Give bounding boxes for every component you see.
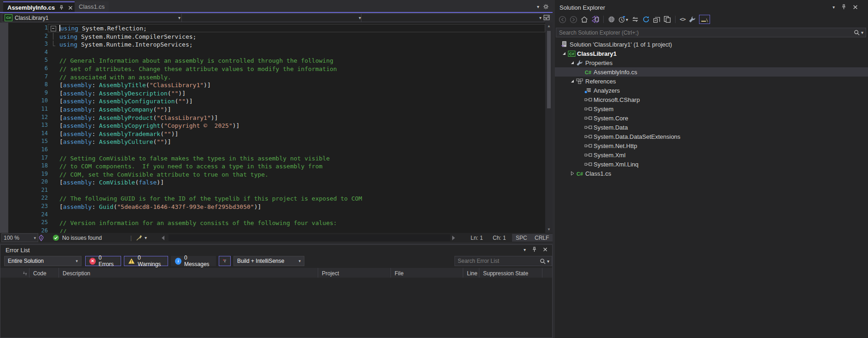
code-editor[interactable]: 1using System.Reflection;2using System.R…	[0, 23, 553, 233]
code-line[interactable]: 11[assembly: AssemblyCompany("")]	[0, 105, 545, 113]
error-list-search[interactable]: ▾	[454, 256, 552, 266]
open-files-filter-button[interactable]: ▾	[618, 16, 628, 23]
scroll-right-arrow[interactable]	[452, 236, 455, 240]
code-line[interactable]: 12[assembly: AssemblyProduct("ClassLibra…	[0, 113, 545, 122]
back-button[interactable]	[559, 16, 566, 24]
collapse-all-button[interactable]	[653, 16, 660, 23]
code-line[interactable]: 5// General Information about an assembl…	[0, 56, 545, 65]
column-header-line[interactable]: Line	[463, 268, 479, 278]
code-line[interactable]: 7// associated with an assembly.	[0, 73, 545, 81]
column-header-file[interactable]: File	[391, 268, 463, 278]
tree-expander[interactable]	[569, 171, 576, 176]
tree-item[interactable]: C#AssemblyInfo.cs	[555, 67, 868, 77]
tree-item[interactable]: System.Xml	[555, 150, 868, 160]
code-line[interactable]: 8[assembly: AssemblyTitle("ClassLibrary1…	[0, 81, 545, 89]
code-cleanup-button[interactable]: ▾	[136, 233, 147, 243]
column-header-suppression-state[interactable]: Suppression State	[479, 268, 542, 278]
column-header-description[interactable]: Description	[59, 268, 318, 278]
pin-icon[interactable]	[532, 247, 537, 252]
code-line[interactable]: 2using System.Runtime.CompilerServices;	[0, 32, 545, 41]
home-button[interactable]	[581, 16, 588, 23]
pin-icon[interactable]	[59, 5, 64, 10]
window-position-chevron-icon[interactable]: ▾	[833, 5, 835, 10]
code-line[interactable]: 17// Setting ComVisible to false makes t…	[0, 154, 545, 162]
code-line[interactable]: 21	[0, 186, 545, 195]
code-line[interactable]: 22// The following GUID is for the ID of…	[0, 194, 545, 202]
pin-icon[interactable]	[841, 4, 846, 10]
error-list-body[interactable]	[0, 278, 552, 338]
tree-expander[interactable]	[569, 60, 576, 65]
code-line[interactable]: 15[assembly: AssemblyCulture("")]	[0, 137, 545, 146]
tree-item[interactable]: System	[555, 104, 868, 113]
column-header-severity[interactable]	[0, 268, 29, 278]
close-icon[interactable]	[543, 247, 548, 252]
switch-views-button[interactable]	[591, 16, 599, 23]
line-ending-indicator[interactable]: CRLF	[531, 234, 553, 242]
tab-list-chevron-icon[interactable]: ▾	[537, 4, 539, 9]
source-dropdown[interactable]: Build + IntelliSense ▾	[233, 256, 304, 266]
view-code-button[interactable]: <>	[680, 16, 685, 23]
sync-with-active-document-button[interactable]	[631, 16, 639, 23]
code-line[interactable]: 6// set of attributes. Change these attr…	[0, 65, 545, 73]
code-line[interactable]: 19// COM, set the ComVisible attribute t…	[0, 170, 545, 178]
error-list-title-bar[interactable]: Error List ▾	[0, 245, 552, 255]
scrollbar-thumb[interactable]	[547, 31, 551, 108]
solution-explorer-search[interactable]: ▾	[556, 28, 866, 37]
show-all-files-button[interactable]	[664, 16, 671, 23]
tree-item[interactable]: System.Net.Http	[555, 141, 868, 150]
horizontal-scrollbar[interactable]	[169, 234, 450, 241]
vertical-scrollbar[interactable]: ▲ ▼	[545, 23, 553, 233]
code-line[interactable]: 26//	[0, 227, 545, 233]
tree-item[interactable]: Properties	[555, 58, 868, 67]
tab-class1[interactable]: Class1.cs	[75, 1, 109, 12]
close-icon[interactable]	[68, 6, 73, 10]
tab-options-gear-icon[interactable]	[543, 4, 549, 10]
code-line[interactable]: 16	[0, 146, 545, 154]
code-line[interactable]: 1using System.Reflection;	[0, 24, 545, 32]
tree-item[interactable]: System.Data	[555, 123, 868, 132]
code-line[interactable]: 20[assembly: ComVisible(false)]	[0, 178, 545, 186]
search-input[interactable]	[455, 258, 540, 264]
tree-item[interactable]: C#Class1.cs	[555, 169, 868, 178]
messages-toggle-button[interactable]: i 0 Messages	[171, 256, 216, 266]
tree-item[interactable]: Analyzers	[555, 86, 868, 95]
project-dropdown[interactable]: C# ClassLibrary1 ▾	[2, 13, 183, 22]
errors-toggle-button[interactable]: ✕ 0 Errors	[85, 256, 121, 266]
tree-item[interactable]: System.Data.DataSetExtensions	[555, 132, 868, 141]
tree-item[interactable]: C#ClassLibrary1	[555, 49, 868, 58]
zoom-dropdown[interactable]: 100 % ▾	[1, 233, 38, 242]
scope-dropdown[interactable]: Entire Solution ▾	[4, 256, 82, 266]
code-line[interactable]: 24	[0, 211, 545, 219]
column-header-project[interactable]: Project	[318, 268, 391, 278]
window-position-chevron-icon[interactable]: ▾	[524, 247, 526, 252]
code-line[interactable]: 18// to COM components. If you need to a…	[0, 162, 545, 170]
tree-item[interactable]: System.Xml.Linq	[555, 160, 868, 169]
status-extension-icon[interactable]	[38, 233, 45, 243]
scroll-down-arrow[interactable]: ▼	[545, 226, 553, 233]
close-icon[interactable]	[853, 5, 858, 10]
scroll-up-arrow[interactable]: ▲	[545, 23, 553, 30]
scroll-left-arrow[interactable]	[162, 236, 164, 240]
forward-button[interactable]	[570, 16, 577, 24]
warnings-toggle-button[interactable]: 0 Warnings	[124, 256, 168, 266]
indent-mode-indicator[interactable]: SPC	[512, 234, 531, 242]
type-dropdown[interactable]: ▾	[181, 13, 364, 22]
search-input[interactable]	[556, 30, 854, 36]
code-line[interactable]: 14[assembly: AssemblyTrademark("")]	[0, 130, 545, 138]
tree-item[interactable]: Microsoft.CSharp	[555, 95, 868, 104]
code-line[interactable]: 9[assembly: AssemblyDescription("")]	[0, 89, 545, 97]
code-health-indicator[interactable]: No issues found	[52, 233, 102, 243]
code-line[interactable]: 4	[0, 48, 545, 57]
column-header-code[interactable]: Code	[29, 268, 59, 278]
tree-expander[interactable]	[560, 51, 568, 56]
member-dropdown[interactable]: ▾	[361, 13, 544, 22]
chevron-down-icon[interactable]: ▾	[861, 30, 863, 35]
tree-item[interactable]: Solution 'ClassLibrary1' (1 of 1 project…	[555, 40, 868, 49]
tree-item[interactable]: References	[555, 77, 868, 86]
filter-button[interactable]	[219, 256, 231, 266]
code-line[interactable]: 23[assembly: Guid("5dea6cd8-1646-437f-99…	[0, 202, 545, 211]
navbar-split-icon[interactable]	[543, 14, 550, 21]
pending-changes-filter-button[interactable]	[608, 16, 615, 23]
code-line[interactable]: 10[assembly: AssemblyConfiguration("")]	[0, 97, 545, 105]
fold-collapse-box[interactable]	[48, 24, 59, 32]
